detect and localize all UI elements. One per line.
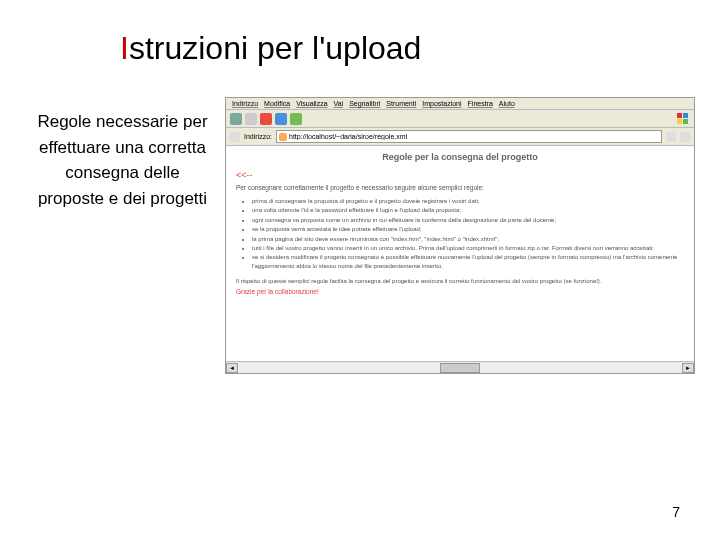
forward-icon[interactable] xyxy=(245,113,257,125)
menu-visualizza[interactable]: Visualizza xyxy=(296,100,327,107)
svg-rect-3 xyxy=(683,119,688,124)
page-heading: Regole per la consegna del progetto xyxy=(236,152,684,162)
stop-icon[interactable] xyxy=(260,113,272,125)
svg-rect-1 xyxy=(683,113,688,118)
list-item: ogni consegna va proposta come un archiv… xyxy=(252,216,684,224)
svg-rect-2 xyxy=(677,119,682,124)
menu-indirizzo[interactable]: Indirizzo xyxy=(232,100,258,107)
extension-icon[interactable] xyxy=(676,112,690,126)
back-icon[interactable] xyxy=(230,113,242,125)
scroll-thumb[interactable] xyxy=(440,363,480,373)
toolbar xyxy=(226,110,694,128)
go-icon[interactable] xyxy=(680,132,690,142)
svg-rect-0 xyxy=(677,113,682,118)
scroll-right-icon[interactable]: ► xyxy=(682,363,694,373)
addr-icon xyxy=(230,132,240,142)
footer-note: Il rispetto di queste semplici regole fa… xyxy=(236,278,684,284)
list-item: se si desidera modificare il progetto co… xyxy=(252,253,684,270)
list-item: se la proposta verrà accettata le idee p… xyxy=(252,225,684,233)
menu-strumenti[interactable]: Strumenti xyxy=(386,100,416,107)
address-url: http://localhost/~daria/siroe/regole.xml xyxy=(289,133,407,140)
address-label: Indirizzo: xyxy=(244,133,272,140)
title-rest: struzioni per l'upload xyxy=(129,30,422,66)
home-icon[interactable] xyxy=(290,113,302,125)
page-icon xyxy=(279,133,287,141)
menu-segnalibri[interactable]: Segnalibri xyxy=(349,100,380,107)
rules-list: prima di consegnare la proposta di proge… xyxy=(236,197,684,270)
thanks-text: Grazie per la collaborazione! xyxy=(236,288,684,295)
menu-aiuto[interactable]: Aiuto xyxy=(499,100,515,107)
intro-text: Per consegnare correttamente il progetto… xyxy=(236,184,684,191)
menu-finestra[interactable]: Finestra xyxy=(468,100,493,107)
back-link[interactable]: <<-- xyxy=(236,170,684,180)
list-item: la prima pagina del sito deve essere rin… xyxy=(252,235,684,243)
scroll-left-icon[interactable]: ◄ xyxy=(226,363,238,373)
scroll-track[interactable] xyxy=(238,363,682,373)
horizontal-scrollbar[interactable]: ◄ ► xyxy=(226,361,694,373)
address-bar: Indirizzo: http://localhost/~daria/siroe… xyxy=(226,128,694,146)
menu-vai[interactable]: Vai xyxy=(334,100,344,107)
list-item: prima di consegnare la proposta di proge… xyxy=(252,197,684,205)
slide-title: Istruzioni per l'upload xyxy=(0,0,720,67)
dropdown-icon[interactable] xyxy=(666,132,676,142)
left-description: Regole necessarie per effettuare una cor… xyxy=(30,97,215,374)
menubar: Indirizzo Modifica Visualizza Vai Segnal… xyxy=(226,98,694,110)
list-item: tutti i file del vostro progetto vanno i… xyxy=(252,244,684,252)
browser-window: Indirizzo Modifica Visualizza Vai Segnal… xyxy=(225,97,695,374)
content-row: Regole necessarie per effettuare una cor… xyxy=(0,67,720,374)
page-number: 7 xyxy=(672,504,680,520)
title-accent: I xyxy=(120,30,129,66)
menu-modifica[interactable]: Modifica xyxy=(264,100,290,107)
menu-impostazioni[interactable]: Impostazioni xyxy=(422,100,461,107)
reload-icon[interactable] xyxy=(275,113,287,125)
page-content: Regole per la consegna del progetto <<--… xyxy=(226,146,694,361)
address-field[interactable]: http://localhost/~daria/siroe/regole.xml xyxy=(276,130,662,143)
list-item: una volta ottenute l'id e la password ef… xyxy=(252,206,684,214)
